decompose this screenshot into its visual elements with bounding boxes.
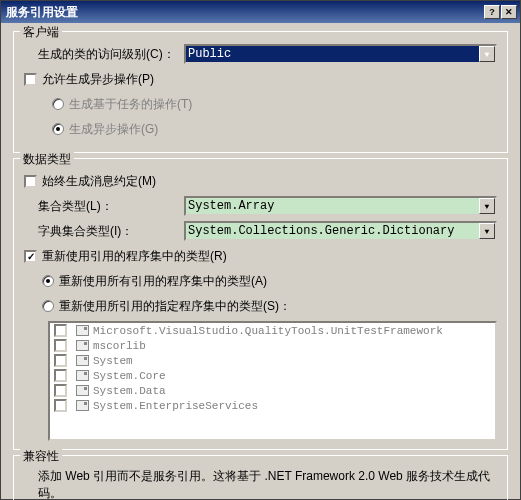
list-item[interactable]: System xyxy=(50,353,495,368)
assembly-checkbox[interactable] xyxy=(54,384,67,397)
dict-label: 字典集合类型(I)： xyxy=(24,223,184,240)
reuse-types-checkbox[interactable] xyxy=(24,250,37,263)
assembly-icon xyxy=(76,385,89,396)
chevron-down-icon: ▼ xyxy=(479,198,495,214)
assembly-checkbox[interactable] xyxy=(54,369,67,382)
assembly-checkbox[interactable] xyxy=(54,399,67,412)
list-item[interactable]: System.Core xyxy=(50,368,495,383)
always-msgcontract-label: 始终生成消息约定(M) xyxy=(42,173,156,190)
async-ops-radio xyxy=(52,123,64,135)
assembly-icon xyxy=(76,340,89,351)
assembly-checkbox[interactable] xyxy=(54,354,67,367)
client-group: 客户端 生成的类的访问级别(C)： Public ▼ 允许生成异步操作(P) 生… xyxy=(13,31,508,153)
assembly-checkbox[interactable] xyxy=(54,339,67,352)
chevron-down-icon: ▼ xyxy=(479,223,495,239)
list-item[interactable]: mscorlib xyxy=(50,338,495,353)
async-ops-label: 生成异步操作(G) xyxy=(69,121,158,138)
dict-value: System.Collections.Generic.Dictionary xyxy=(188,224,454,238)
assembly-icon xyxy=(76,400,89,411)
reuse-specified-label: 重新使用所引用的指定程序集中的类型(S)： xyxy=(59,298,291,315)
always-msgcontract-checkbox[interactable] xyxy=(24,175,37,188)
assembly-name: System.Core xyxy=(93,370,166,382)
list-item[interactable]: System.Data xyxy=(50,383,495,398)
dict-select[interactable]: System.Collections.Generic.Dictionary ▼ xyxy=(184,221,497,241)
assembly-name: Microsoft.VisualStudio.QualityTools.Unit… xyxy=(93,325,443,337)
collection-select[interactable]: System.Array ▼ xyxy=(184,196,497,216)
data-group: 数据类型 始终生成消息约定(M) 集合类型(L)： System.Array ▼… xyxy=(13,158,508,450)
compat-group: 兼容性 添加 Web 引用而不是服务引用。这将基于 .NET Framework… xyxy=(13,455,508,500)
help-button[interactable]: ? xyxy=(484,5,500,19)
task-based-label: 生成基于任务的操作(T) xyxy=(69,96,192,113)
allow-async-checkbox[interactable] xyxy=(24,73,37,86)
assembly-name: System.Data xyxy=(93,385,166,397)
assembly-icon xyxy=(76,355,89,366)
task-based-radio xyxy=(52,98,64,110)
access-level-label: 生成的类的访问级别(C)： xyxy=(24,46,184,63)
compat-legend: 兼容性 xyxy=(20,448,62,465)
reuse-all-label: 重新使用所有引用的程序集中的类型(A) xyxy=(59,273,267,290)
assembly-name: System.EnterpriseServices xyxy=(93,400,258,412)
access-level-value: Public xyxy=(188,47,231,61)
collection-label: 集合类型(L)： xyxy=(24,198,184,215)
chevron-down-icon: ▼ xyxy=(479,46,495,62)
client-legend: 客户端 xyxy=(20,24,62,41)
dialog-window: 服务引用设置 ? ✕ 客户端 生成的类的访问级别(C)： Public ▼ 允许… xyxy=(0,0,521,500)
assemblies-listbox[interactable]: Microsoft.VisualStudio.QualityTools.Unit… xyxy=(48,321,497,441)
compat-text: 添加 Web 引用而不是服务引用。这将基于 .NET Framework 2.0… xyxy=(24,468,497,500)
assembly-icon xyxy=(76,325,89,336)
reuse-specified-radio[interactable] xyxy=(42,300,54,312)
list-item[interactable]: System.EnterpriseServices xyxy=(50,398,495,413)
list-item[interactable]: Microsoft.VisualStudio.QualityTools.Unit… xyxy=(50,323,495,338)
access-level-select[interactable]: Public ▼ xyxy=(184,44,497,64)
collection-value: System.Array xyxy=(188,199,274,213)
reuse-all-radio[interactable] xyxy=(42,275,54,287)
allow-async-label: 允许生成异步操作(P) xyxy=(42,71,154,88)
titlebar[interactable]: 服务引用设置 ? ✕ xyxy=(1,1,520,23)
assembly-name: System xyxy=(93,355,133,367)
assembly-checkbox[interactable] xyxy=(54,324,67,337)
title-text: 服务引用设置 xyxy=(4,4,484,21)
reuse-types-label: 重新使用引用的程序集中的类型(R) xyxy=(42,248,227,265)
close-button[interactable]: ✕ xyxy=(501,5,517,19)
data-legend: 数据类型 xyxy=(20,151,74,168)
assembly-name: mscorlib xyxy=(93,340,146,352)
assembly-icon xyxy=(76,370,89,381)
